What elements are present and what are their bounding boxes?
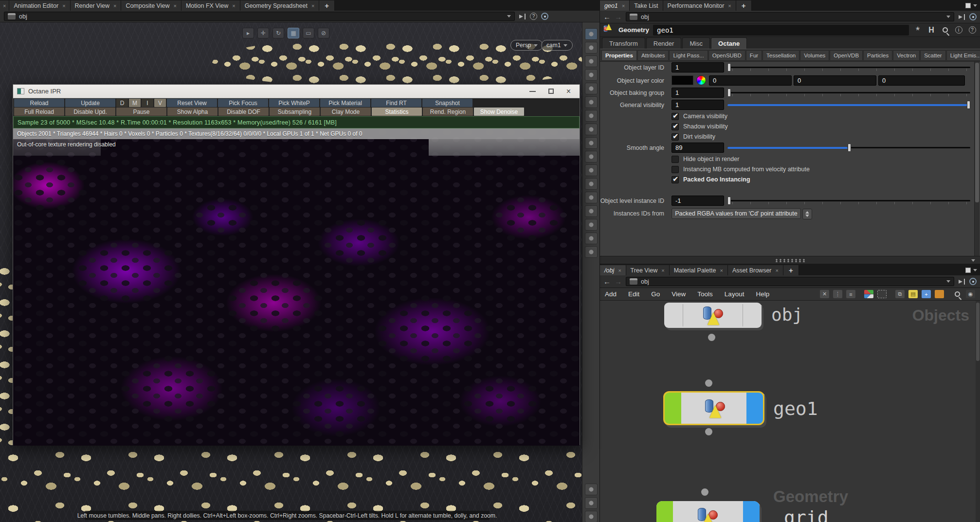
- object-level-instance-id-slider[interactable]: [727, 196, 970, 206]
- subsampling-button[interactable]: Subsampling: [270, 108, 320, 116]
- disable-dof-button[interactable]: Disable DOF: [218, 108, 269, 116]
- target-icon[interactable]: [969, 278, 977, 285]
- strip-tool-icon[interactable]: [585, 511, 598, 522]
- subtab-light-pass[interactable]: Light Pass...: [669, 50, 708, 61]
- pane-layout-icon[interactable]: [965, 3, 971, 8]
- new-tab-button[interactable]: +: [319, 0, 335, 11]
- reset-view-button[interactable]: Reset View: [167, 99, 217, 107]
- instances-ids-dropdown[interactable]: Packed RGBA values from 'Cd' point attri…: [671, 208, 801, 219]
- checkbox-packed-geo[interactable]: ✔ Packed Geo Instancing: [671, 175, 750, 184]
- strip-tool-icon[interactable]: [585, 497, 598, 509]
- subtab-vectron[interactable]: Vectron: [893, 50, 920, 61]
- tab-motion-fx-view[interactable]: Motion FX View×: [181, 0, 240, 11]
- menu-edit[interactable]: Edit: [628, 290, 639, 298]
- hierarchy-icon[interactable]: ⋮: [833, 290, 842, 298]
- close-icon[interactable]: ×: [173, 3, 176, 9]
- checkbox-shadow-visibility[interactable]: ✔ Shadow visibility: [671, 122, 728, 131]
- sticky-note-icon[interactable]: ▤: [908, 290, 918, 298]
- maximize-icon[interactable]: [548, 89, 554, 94]
- menu-add[interactable]: Add: [605, 290, 617, 298]
- close-icon[interactable]: ×: [232, 3, 235, 9]
- gear-menu-icon[interactable]: *: [913, 25, 923, 35]
- general-visibility-slider[interactable]: [727, 100, 970, 110]
- tab-performance-monitor[interactable]: Performance Monitor×: [663, 0, 736, 11]
- strip-tool-icon[interactable]: [585, 55, 598, 67]
- strip-tool-icon[interactable]: [585, 164, 598, 176]
- render-flag[interactable]: [743, 501, 760, 522]
- strip-tool-icon[interactable]: [585, 192, 598, 203]
- smooth-angle-input[interactable]: 89: [671, 143, 724, 153]
- scrollbar-thumb[interactable]: [975, 63, 979, 202]
- checkbox[interactable]: [671, 156, 679, 163]
- tab-animation-editor[interactable]: Animation Editor×: [9, 0, 70, 11]
- rotate-tool-icon[interactable]: ↻: [272, 28, 284, 38]
- pin-icon[interactable]: [958, 279, 965, 285]
- tab-geometry-spreadsheet[interactable]: Geometry Spreadsheet×: [240, 0, 320, 11]
- marquee-box-icon[interactable]: [877, 290, 887, 298]
- object-baking-group-slider[interactable]: [727, 88, 970, 98]
- new-tab-button[interactable]: +: [783, 265, 799, 275]
- strip-tool-icon[interactable]: [585, 246, 598, 258]
- close-icon[interactable]: ×: [776, 268, 779, 273]
- menu-view[interactable]: View: [671, 290, 686, 298]
- tab-stub[interactable]: ×: [0, 0, 9, 11]
- back-arrow-icon[interactable]: ←: [603, 278, 611, 285]
- full-reload-button[interactable]: Full Reload: [14, 108, 64, 116]
- scrollbar-thumb[interactable]: [976, 303, 980, 361]
- tab-misc[interactable]: Misc: [682, 37, 710, 49]
- reload-button[interactable]: Reload: [14, 99, 64, 107]
- node-output-connector[interactable]: [708, 334, 715, 341]
- lasso-tool-icon[interactable]: ▭: [303, 28, 314, 38]
- strip-tool-icon[interactable]: [585, 178, 598, 190]
- pick-material-button[interactable]: Pick Material: [320, 99, 370, 107]
- object-level-instance-id-input[interactable]: -1: [671, 196, 724, 206]
- checkbox[interactable]: ✔: [671, 133, 679, 141]
- tab-take-list[interactable]: Take List: [630, 0, 663, 11]
- show-denoise-button[interactable]: Show Denoise: [474, 108, 524, 116]
- pin-icon[interactable]: [958, 14, 965, 20]
- strip-tool-icon[interactable]: [585, 233, 598, 244]
- tab-composite-view[interactable]: Composite View×: [121, 0, 181, 11]
- node-grid[interactable]: [656, 501, 760, 522]
- close-icon[interactable]: ×: [720, 268, 723, 273]
- close-icon[interactable]: ×: [618, 268, 621, 273]
- subtab-openvdb[interactable]: OpenVDB: [830, 50, 863, 61]
- menu-layout[interactable]: Layout: [725, 290, 744, 298]
- octane-titlebar[interactable]: Octane IPR ×: [13, 85, 580, 98]
- checkbox-camera-visibility[interactable]: ✔ Camera visibility: [671, 111, 727, 121]
- search-icon[interactable]: [940, 25, 950, 35]
- strip-tool-icon[interactable]: [585, 219, 598, 231]
- menu-help[interactable]: Help: [756, 290, 769, 298]
- strip-tool-icon[interactable]: [585, 137, 598, 149]
- persp-view-button[interactable]: Persp: [510, 40, 543, 51]
- houdini-logo-icon[interactable]: H: [926, 25, 936, 35]
- network-scrollbar[interactable]: [976, 301, 980, 522]
- forward-arrow-icon[interactable]: →: [615, 278, 622, 285]
- path-dropdown-icon[interactable]: [507, 15, 511, 18]
- checkbox[interactable]: ✔: [671, 123, 679, 130]
- node-input-connector[interactable]: [705, 379, 712, 387]
- show-alpha-button[interactable]: Show Alpha: [167, 108, 218, 116]
- forward-arrow-icon[interactable]: →: [615, 13, 622, 20]
- path-input[interactable]: obj: [4, 12, 515, 21]
- translate-tool-icon[interactable]: ✛: [257, 28, 269, 38]
- checkbox-dirt-visibility[interactable]: ✔ Dirt visibility: [671, 132, 715, 142]
- pick-focus-button[interactable]: Pick Focus: [218, 99, 268, 107]
- object-layer-id-slider[interactable]: [727, 62, 970, 73]
- pause-button[interactable]: Pause: [116, 108, 166, 116]
- node-output-connector[interactable]: [705, 428, 712, 435]
- chevron-down-icon[interactable]: [971, 259, 975, 262]
- smooth-angle-slider[interactable]: [727, 143, 970, 153]
- color-wheel-icon[interactable]: [696, 75, 706, 85]
- find-rt-button[interactable]: Find RT: [371, 99, 421, 107]
- tab-asset-browser[interactable]: Asset Browser×: [728, 265, 783, 275]
- dropdown-stepper[interactable]: [802, 209, 812, 219]
- tab-tree-view[interactable]: Tree View×: [626, 265, 670, 275]
- close-icon[interactable]: ×: [62, 3, 65, 9]
- menu-go[interactable]: Go: [651, 290, 660, 298]
- rend-region-button[interactable]: Rend. Region: [423, 108, 473, 116]
- checkbox-instancing-mb[interactable]: Instancing MB computed from velocity att…: [671, 164, 810, 174]
- checkbox[interactable]: [671, 166, 679, 173]
- node-geo1-selected[interactable]: [663, 391, 764, 425]
- pane-splitter[interactable]: [600, 256, 980, 264]
